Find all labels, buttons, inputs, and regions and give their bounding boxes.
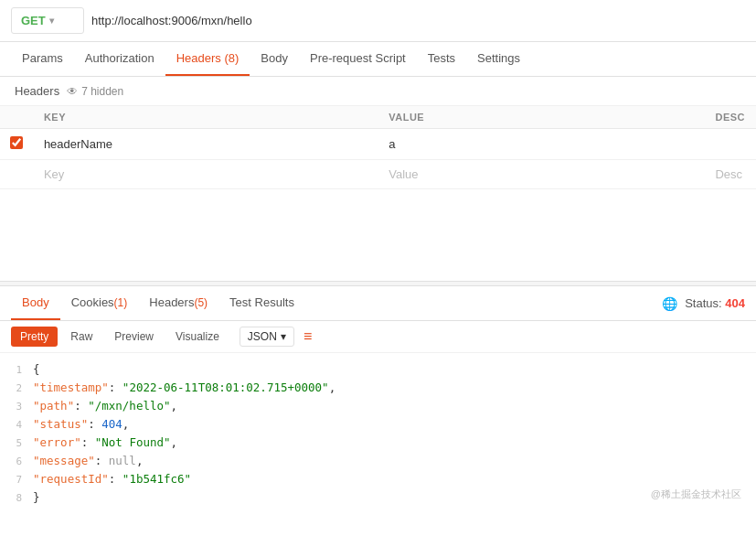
method-select[interactable]: GET ▾ [11,7,84,34]
hidden-badge: 👁 7 hidden [67,85,123,98]
tab-body[interactable]: Body [250,42,299,76]
col-desc-header: DESC [704,106,756,129]
json-key: "status" [33,417,88,431]
format-select[interactable]: JSON ▾ [240,327,294,347]
response-tab-cookies[interactable]: Cookies(1) [60,286,139,320]
json-text: , [171,399,178,413]
line-number: 5 [7,435,33,452]
json-text: : [109,381,122,394]
json-key: "message" [33,454,95,467]
format-chevron: ▾ [281,330,286,343]
json-line: 3"path": "/mxn/hello", [0,397,756,415]
eye-icon: 👁 [67,85,78,98]
empty-value-cell[interactable]: Value [378,160,704,189]
status-code: 404 [725,296,745,310]
json-key: "requestId" [33,472,109,486]
json-text: : [109,472,122,486]
line-number: 1 [7,362,33,379]
headers-label: Headers [15,84,59,98]
spacer [0,189,756,281]
line-content: "error": "Not Found", [33,434,177,452]
empty-key-cell[interactable]: Key [33,160,378,189]
json-key: "error" [33,435,81,449]
json-string: "Not Found" [95,435,171,449]
json-number: 404 [101,417,122,431]
json-text: , [329,381,336,394]
line-number: 7 [7,472,33,488]
tab-settings[interactable]: Settings [466,42,531,76]
json-null: null [109,454,136,467]
line-content: { [33,360,40,379]
json-key: "timestamp" [33,381,109,394]
method-chevron: ▾ [49,16,54,26]
line-number: 2 [7,381,33,397]
response-tabs: Body Cookies(1) Headers(5) Test Results … [0,286,756,321]
json-key: "path" [33,399,74,413]
json-string: "/mxn/hello" [88,399,170,413]
json-line: 7"requestId": "1b541fc6" [0,470,756,488]
tab-tests[interactable]: Tests [417,42,466,76]
format-tab-pretty[interactable]: Pretty [11,327,58,347]
globe-icon: 🌐 [662,296,677,311]
json-line: 8} [0,488,756,507]
line-content: "message": null, [33,452,143,470]
line-number: 4 [7,417,33,434]
json-text: : [81,435,95,449]
col-value-header: VALUE [378,106,704,129]
format-tab-raw[interactable]: Raw [61,327,101,347]
status-area: 🌐 Status: 404 [662,296,745,311]
wrap-icon[interactable]: ≡ [303,328,312,345]
format-value: JSON [248,330,277,343]
json-text: : [74,399,88,413]
url-input[interactable] [91,14,745,27]
json-text: , [136,454,144,467]
hidden-count: 7 hidden [81,85,123,98]
col-key-header: KEY [33,106,378,129]
json-line: 5"error": "Not Found", [0,434,756,452]
response-tab-body[interactable]: Body [11,286,60,320]
json-text: : [95,454,109,467]
json-line: 2"timestamp": "2022-06-11T08:01:02.715+0… [0,379,756,397]
method-label: GET [21,14,46,27]
main-container: GET ▾ Params Authorization Headers (8) B… [0,0,756,514]
checkbox-cell[interactable] [0,129,33,160]
watermark: @稀土掘金技术社区 [651,488,741,501]
tab-headers[interactable]: Headers (8) [165,42,250,76]
table-row: headerName a [0,129,756,160]
line-number: 6 [7,454,33,470]
json-string: "1b541fc6" [122,472,191,486]
line-number: 3 [7,399,33,415]
value-cell[interactable]: a [378,129,704,160]
json-text: } [33,490,40,504]
format-row: Pretty Raw Preview Visualize JSON ▾ ≡ [0,321,756,353]
line-content: "requestId": "1b541fc6" [33,470,191,488]
key-cell[interactable]: headerName [33,129,378,160]
format-tab-preview[interactable]: Preview [105,327,163,347]
json-body: 1{2"timestamp": "2022-06-11T08:01:02.715… [0,353,756,514]
status-label: Status: 404 [685,296,745,310]
desc-cell[interactable] [704,129,756,160]
row-checkbox[interactable] [10,136,23,149]
col-checkbox [0,106,33,129]
json-line: 6"message": null, [0,452,756,470]
request-tabs: Params Authorization Headers (8) Body Pr… [0,42,756,77]
empty-checkbox-cell [0,160,33,189]
line-content: "status": 404, [33,415,129,434]
line-content: "path": "/mxn/hello", [33,397,177,415]
json-text: : [88,417,101,431]
response-tab-testresults[interactable]: Test Results [218,286,305,320]
format-tab-visualize[interactable]: Visualize [166,327,229,347]
empty-desc-cell[interactable]: Desc [704,160,756,189]
tab-params[interactable]: Params [11,42,74,76]
table-empty-row: Key Value Desc [0,160,756,189]
json-line: 4"status": 404, [0,415,756,434]
url-bar: GET ▾ [0,0,756,42]
json-text: , [122,417,130,431]
json-text: { [33,362,40,376]
json-string: "2022-06-11T08:01:02.715+0000" [122,381,329,394]
line-content: } [33,488,40,507]
tab-authorization[interactable]: Authorization [74,42,165,76]
tab-prerequest[interactable]: Pre-request Script [299,42,417,76]
response-tab-headers[interactable]: Headers(5) [138,286,218,320]
table-header-row: KEY VALUE DESC [0,106,756,129]
